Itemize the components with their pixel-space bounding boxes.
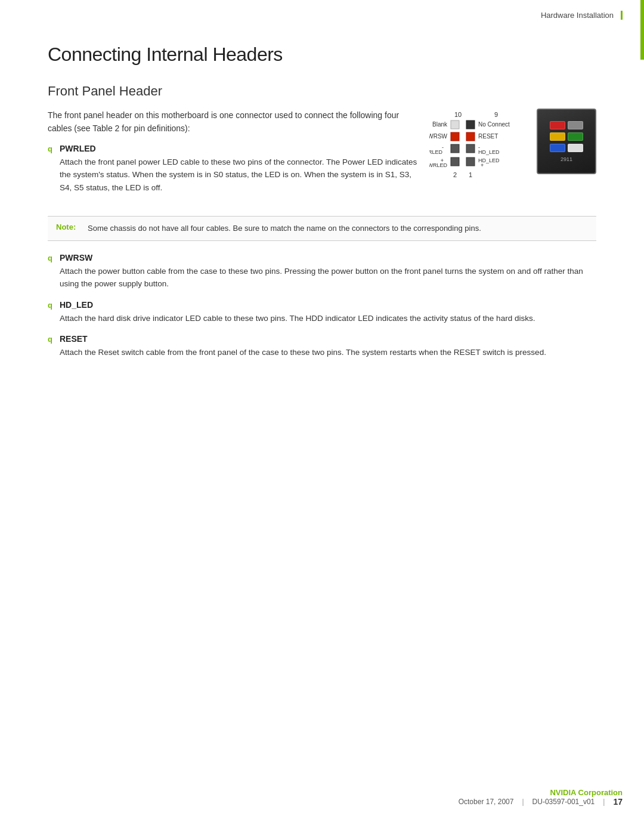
bullet-q-reset: q xyxy=(48,335,55,344)
footer-page-number: 17 xyxy=(613,797,623,807)
svg-text:PWRSW: PWRSW xyxy=(429,133,448,140)
footer-document: DU-03597-001_v01 xyxy=(532,798,595,806)
svg-text:No Connect: No Connect xyxy=(478,121,510,128)
svg-text:PWRLED: PWRLED xyxy=(429,162,447,168)
svg-text:+: + xyxy=(481,162,484,168)
svg-text:HD_LED: HD_LED xyxy=(478,149,500,155)
main-content: Connecting Internal Headers Front Panel … xyxy=(0,20,644,404)
top-header: Hardware Installation xyxy=(0,0,644,20)
bullet-label-hdled: HD_LED xyxy=(60,300,596,310)
bullet-label-pwrled: PWRLED xyxy=(60,144,417,153)
cable-row-3 xyxy=(550,144,583,152)
connector-diagram: 10 9 Blank No Connect xyxy=(429,109,596,204)
cable-white xyxy=(568,144,583,152)
page-footer: NVIDIA Corporation October 17, 2007 | DU… xyxy=(459,788,623,807)
bullet-item-pwrsw: q PWRSW Attach the power button cable fr… xyxy=(48,253,596,291)
svg-text:PWRLED: PWRLED xyxy=(429,149,442,155)
bullet-q-pwrled: q xyxy=(48,144,55,153)
bullet-label-pwrsw: PWRSW xyxy=(60,253,596,262)
cable-green xyxy=(568,132,583,141)
svg-text:9: 9 xyxy=(494,111,498,118)
svg-text:10: 10 xyxy=(454,111,462,118)
svg-rect-7 xyxy=(466,132,475,141)
svg-text:RESET: RESET xyxy=(478,133,498,140)
footer-separator: | xyxy=(522,798,524,806)
bullet-q-hdled: q xyxy=(48,301,55,310)
bullet-item-hdled: q HD_LED Attach the hard disk drive indi… xyxy=(48,300,596,325)
pin-diagram-svg: 10 9 Blank No Connect xyxy=(429,109,525,204)
bullet-content-pwrled: PWRLED Attach the front panel power LED … xyxy=(60,144,417,194)
page-container: Hardware Installation Connecting Interna… xyxy=(0,0,644,828)
bullet-content-hdled: HD_LED Attach the hard disk drive indica… xyxy=(60,300,596,325)
bullet-item-pwrled: q PWRLED Attach the front panel power LE… xyxy=(48,144,417,194)
bullet-label-reset: RESET xyxy=(60,334,596,344)
svg-rect-6 xyxy=(451,132,459,141)
bullet-desc-pwrsw: Attach the power button cable from the c… xyxy=(60,265,596,291)
diagram-svg-container: 10 9 Blank No Connect xyxy=(429,109,525,204)
intro-text: The front panel header on this motherboa… xyxy=(48,109,417,135)
bullet-item-reset: q RESET Attach the Reset switch cable fr… xyxy=(48,334,596,359)
diagram-wrapper: 10 9 Blank No Connect xyxy=(429,109,596,204)
footer-company: NVIDIA Corporation xyxy=(459,788,623,797)
footer-bottom-row: October 17, 2007 | DU-03597-001_v01 | 17 xyxy=(459,797,623,807)
bullet-desc-pwrled: Attach the front panel power LED cable t… xyxy=(60,156,417,194)
svg-rect-3 xyxy=(466,121,475,129)
svg-text:2: 2 xyxy=(453,171,457,178)
section-title: Front Panel Header xyxy=(48,84,596,99)
bullet-content-pwrsw: PWRSW Attach the power button cable from… xyxy=(60,253,596,291)
svg-text:1: 1 xyxy=(469,171,472,178)
page-title: Connecting Internal Headers xyxy=(48,44,596,66)
note-text: Some chassis do not have all four cables… xyxy=(88,223,481,234)
svg-text:Blank: Blank xyxy=(432,121,448,128)
cable-blue xyxy=(550,144,565,152)
bullet-q-pwrsw: q xyxy=(48,254,55,262)
cable-gray xyxy=(568,121,583,129)
note-box: Note: Some chassis do not have all four … xyxy=(48,216,596,241)
right-border-accent xyxy=(640,0,644,60)
footer-separator2: | xyxy=(603,798,605,806)
svg-rect-11 xyxy=(466,144,475,153)
cable-red xyxy=(550,121,565,129)
footer-date: October 17, 2007 xyxy=(459,798,514,806)
front-panel-text: The front panel header on this motherboa… xyxy=(48,109,417,200)
svg-rect-2 xyxy=(451,121,459,129)
note-label: Note: xyxy=(56,223,83,231)
bullet-content-reset: RESET Attach the Reset switch cable from… xyxy=(60,334,596,359)
cable-row-2 xyxy=(550,132,583,141)
cable-yellow xyxy=(550,132,565,141)
photo-label: 2911 xyxy=(561,156,572,162)
front-panel-section: The front panel header on this motherboa… xyxy=(48,109,596,204)
cable-row-1 xyxy=(550,121,583,129)
connector-photo: 2911 xyxy=(537,109,596,174)
svg-rect-17 xyxy=(466,157,475,166)
bullet-desc-hdled: Attach the hard disk drive indicator LED… xyxy=(60,312,596,325)
header-title: Hardware Installation xyxy=(541,11,623,20)
svg-rect-10 xyxy=(451,144,459,153)
bullet-desc-reset: Attach the Reset switch cable from the f… xyxy=(60,346,596,359)
svg-rect-16 xyxy=(451,157,459,166)
